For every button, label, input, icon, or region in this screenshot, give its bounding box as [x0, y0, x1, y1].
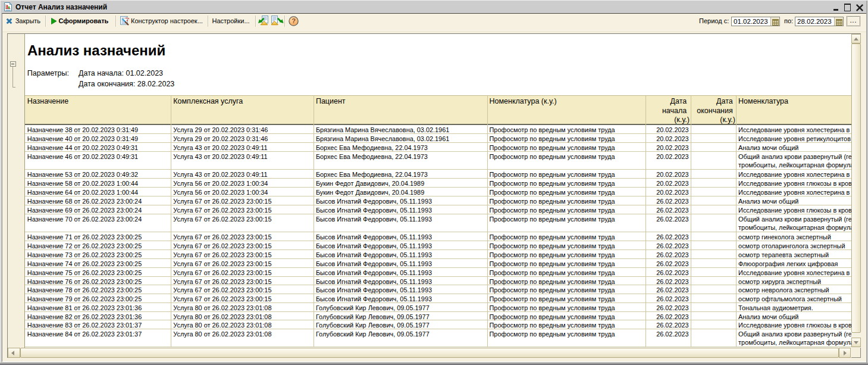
svg-text:?: ?: [292, 17, 296, 24]
